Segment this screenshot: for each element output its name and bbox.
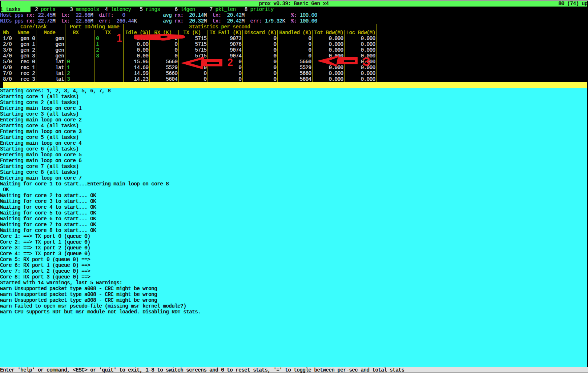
svg-text:2: 2 [227, 56, 233, 68]
svg-text:3: 3 [362, 55, 370, 68]
